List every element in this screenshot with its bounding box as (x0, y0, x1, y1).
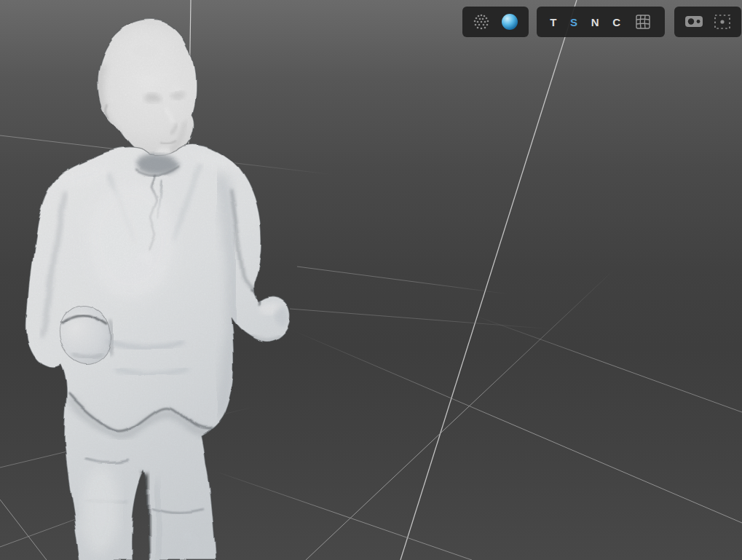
toolbar-view-tools (674, 7, 741, 37)
toggle-texture[interactable]: T (550, 16, 557, 28)
scanned-figure-mesh[interactable] (0, 0, 742, 560)
toggle-normals[interactable]: N (591, 16, 599, 28)
toolbar-render-mode (462, 7, 529, 37)
toggle-shaded[interactable]: S (570, 16, 578, 28)
toolbar-map-toggles: T S N C (537, 7, 665, 37)
wireframe-icon[interactable] (634, 13, 652, 31)
toggle-color[interactable]: C (612, 16, 620, 28)
stereo-vr-icon[interactable] (684, 13, 704, 31)
figure-group (15, 7, 306, 560)
viewport-3d[interactable]: T S N C (0, 0, 742, 560)
shaded-sphere-icon[interactable] (500, 12, 519, 31)
bounding-box-icon[interactable] (713, 13, 732, 31)
point-cloud-icon[interactable] (472, 12, 491, 31)
